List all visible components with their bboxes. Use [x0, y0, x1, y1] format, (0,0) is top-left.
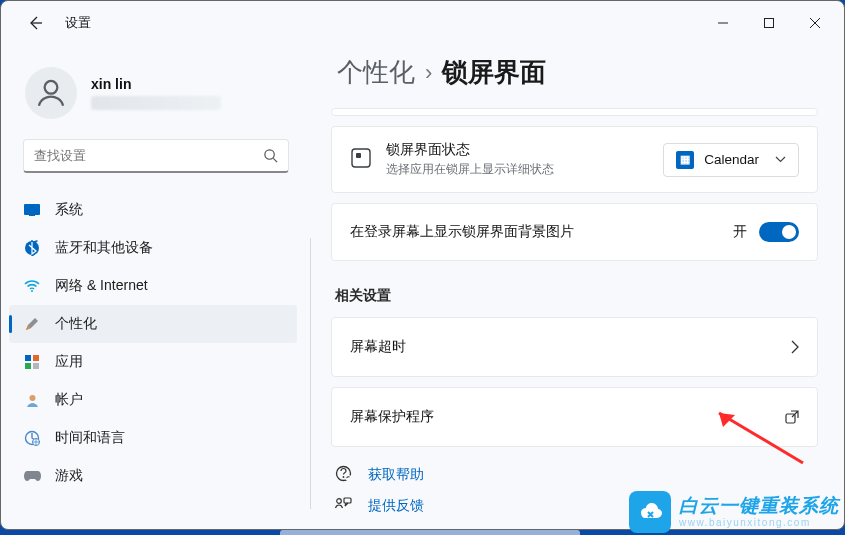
svg-rect-4	[29, 215, 35, 216]
sidebar-item-personalization[interactable]: 个性化	[9, 305, 297, 343]
person-icon	[34, 76, 68, 110]
sidebar-item-label: 应用	[55, 353, 83, 371]
bluetooth-icon	[23, 239, 41, 257]
window-controls	[700, 7, 838, 39]
watermark-logo	[629, 491, 671, 533]
sidebar-item-gaming[interactable]: 游戏	[9, 457, 297, 495]
sidebar-item-bluetooth[interactable]: 蓝牙和其他设备	[9, 229, 297, 267]
svg-point-18	[343, 476, 345, 478]
link-title: 屏幕超时	[350, 338, 406, 356]
chevron-right-icon	[791, 340, 799, 354]
svg-rect-9	[25, 363, 31, 369]
screen-saver-link[interactable]: 屏幕保护程序	[331, 387, 818, 447]
breadcrumb-current: 锁屏界面	[442, 55, 546, 90]
sidebar-item-label: 个性化	[55, 315, 97, 333]
svg-point-20	[337, 499, 342, 504]
avatar	[25, 67, 77, 119]
calendar-icon: ▦	[676, 151, 694, 169]
lock-status-title: 锁屏界面状态	[386, 141, 649, 159]
svg-rect-8	[33, 355, 39, 361]
sidebar-item-label: 网络 & Internet	[55, 277, 148, 295]
screen-timeout-link[interactable]: 屏幕超时	[331, 317, 818, 377]
minimize-icon	[717, 17, 729, 29]
search-icon	[263, 148, 278, 163]
maximize-icon	[763, 17, 775, 29]
search-input[interactable]	[34, 148, 234, 163]
login-bg-toggle[interactable]	[759, 222, 799, 242]
sidebar-item-apps[interactable]: 应用	[9, 343, 297, 381]
profile-block[interactable]: xin lin	[1, 45, 305, 133]
settings-window: 设置 xin lin	[0, 0, 845, 530]
window-title: 设置	[65, 14, 91, 32]
nav-list: 系统 蓝牙和其他设备 网络 & Internet 个性化 应用	[1, 187, 305, 499]
sidebar-item-system[interactable]: 系统	[9, 191, 297, 229]
account-icon	[23, 391, 41, 409]
svg-point-11	[29, 395, 35, 401]
watermark-url: www.baiyunxitong.com	[679, 517, 839, 528]
wifi-icon	[23, 277, 41, 295]
lock-status-card: 锁屏界面状态 选择应用在锁屏上显示详细状态 ▦ Calendar	[331, 126, 818, 193]
svg-rect-7	[25, 355, 31, 361]
breadcrumb-parent[interactable]: 个性化	[337, 55, 415, 90]
paintbrush-icon	[23, 315, 41, 333]
open-external-icon	[785, 410, 799, 424]
clock-globe-icon	[23, 429, 41, 447]
svg-rect-21	[344, 498, 351, 503]
svg-point-1	[45, 81, 58, 94]
lock-status-icon	[350, 147, 372, 173]
sidebar-item-label: 游戏	[55, 467, 83, 485]
svg-point-2	[265, 150, 274, 159]
sidebar-item-accounts[interactable]: 帐户	[9, 381, 297, 419]
help-icon	[335, 465, 352, 485]
chevron-right-icon: ›	[425, 60, 432, 86]
login-bg-state: 开	[733, 223, 747, 241]
maximize-button[interactable]	[746, 7, 792, 39]
sidebar-item-label: 时间和语言	[55, 429, 125, 447]
svg-rect-14	[352, 149, 370, 167]
titlebar: 设置	[1, 1, 844, 45]
profile-name: xin lin	[91, 76, 221, 92]
link-title: 屏幕保护程序	[350, 408, 434, 426]
svg-rect-15	[356, 153, 361, 158]
sidebar-item-time-language[interactable]: 时间和语言	[9, 419, 297, 457]
svg-point-19	[346, 475, 352, 481]
collapsed-card-edge	[331, 108, 818, 116]
chevron-down-icon	[775, 156, 786, 163]
lock-status-selector[interactable]: ▦ Calendar	[663, 143, 799, 177]
watermark: 白云一键重装系统 www.baiyunxitong.com	[629, 491, 839, 533]
breadcrumb: 个性化 › 锁屏界面	[331, 45, 818, 108]
taskbar-peek	[280, 530, 580, 535]
watermark-text: 白云一键重装系统	[679, 496, 839, 517]
get-help-link[interactable]: 获取帮助	[335, 465, 818, 485]
login-bg-toggle-row: 在登录屏幕上显示锁屏界面背景图片 开	[331, 203, 818, 261]
svg-rect-3	[24, 204, 40, 215]
lock-status-subtitle: 选择应用在锁屏上显示详细状态	[386, 161, 649, 178]
related-settings-heading: 相关设置	[335, 287, 818, 305]
main-content: 个性化 › 锁屏界面 锁屏界面状态 选择应用在锁屏上显示详细状态 ▦ Calen…	[311, 45, 844, 529]
monitor-icon	[23, 201, 41, 219]
close-icon	[809, 17, 821, 29]
gamepad-icon	[23, 467, 41, 485]
sidebar-item-label: 帐户	[55, 391, 83, 409]
sidebar-item-label: 蓝牙和其他设备	[55, 239, 153, 257]
profile-email-blur	[91, 96, 221, 110]
back-button[interactable]	[19, 7, 51, 39]
help-label: 获取帮助	[368, 466, 424, 484]
arrow-left-icon	[27, 15, 43, 31]
svg-rect-10	[33, 363, 39, 369]
close-button[interactable]	[792, 7, 838, 39]
sidebar-item-label: 系统	[55, 201, 83, 219]
selector-value: Calendar	[704, 152, 759, 167]
sidebar: xin lin 系统 蓝牙和其他设备	[1, 45, 311, 529]
svg-point-6	[31, 290, 33, 292]
svg-rect-0	[765, 19, 774, 28]
search-box[interactable]	[23, 139, 289, 173]
feedback-icon	[335, 497, 352, 515]
login-bg-label: 在登录屏幕上显示锁屏界面背景图片	[350, 223, 574, 241]
apps-icon	[23, 353, 41, 371]
sidebar-item-network[interactable]: 网络 & Internet	[9, 267, 297, 305]
minimize-button[interactable]	[700, 7, 746, 39]
feedback-label: 提供反馈	[368, 497, 424, 515]
